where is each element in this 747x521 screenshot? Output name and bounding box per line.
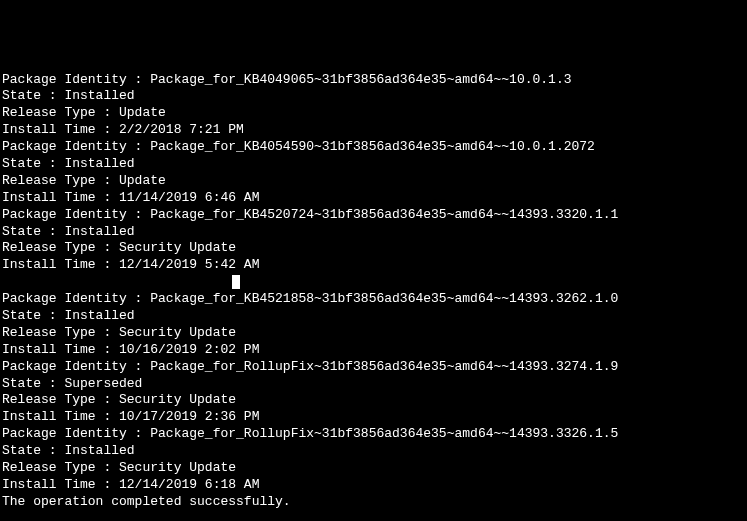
state-line: State : Installed [2, 224, 747, 241]
package-identity-line: Package Identity : Package_for_KB4521858… [2, 291, 747, 308]
release-type-line: Release Type : Security Update [2, 392, 747, 409]
install-time-line: Install Time : 2/2/2018 7:21 PM [2, 122, 747, 139]
completion-message: The operation completed successfully. [2, 494, 747, 511]
package-identity-line: Package Identity : Package_for_RollupFix… [2, 426, 747, 443]
state-line: State : Installed [2, 156, 747, 173]
package-identity-line: Package Identity : Package_for_KB4054590… [2, 139, 747, 156]
install-time-line: Install Time : 11/14/2019 6:46 AM [2, 190, 747, 207]
package-identity-line: Package Identity : Package_for_KB4049065… [2, 72, 747, 89]
release-type-line: Release Type : Update [2, 105, 747, 122]
text-cursor [232, 275, 240, 289]
release-type-line: Release Type : Security Update [2, 460, 747, 477]
terminal-output: Package Identity : Package_for_KB4049065… [2, 72, 747, 511]
cursor-line [2, 274, 747, 291]
release-type-line: Release Type : Update [2, 173, 747, 190]
state-line: State : Installed [2, 308, 747, 325]
install-time-line: Install Time : 12/14/2019 6:18 AM [2, 477, 747, 494]
release-type-line: Release Type : Security Update [2, 240, 747, 257]
package-identity-line: Package Identity : Package_for_RollupFix… [2, 359, 747, 376]
install-time-line: Install Time : 12/14/2019 5:42 AM [2, 257, 747, 274]
state-line: State : Installed [2, 88, 747, 105]
package-identity-line: Package Identity : Package_for_KB4520724… [2, 207, 747, 224]
state-line: State : Installed [2, 443, 747, 460]
release-type-line: Release Type : Security Update [2, 325, 747, 342]
state-line: State : Superseded [2, 376, 747, 393]
install-time-line: Install Time : 10/17/2019 2:36 PM [2, 409, 747, 426]
install-time-line: Install Time : 10/16/2019 2:02 PM [2, 342, 747, 359]
